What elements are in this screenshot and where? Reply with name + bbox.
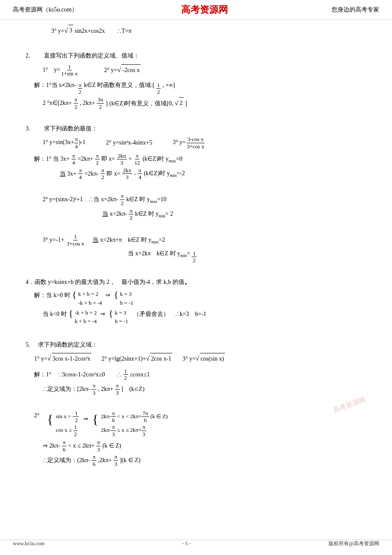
- solution-3: 解：1° 当 3x+ π4 =2kπ+ π2 即 x= 2kπ3 + π12 (…: [26, 153, 366, 264]
- sol4-arrow2: ⇒: [100, 309, 105, 320]
- sol5-1d: ] (k∈Z): [121, 384, 145, 395]
- sol3-3min-a: 当 x=2kπ k∈Z 时 ymin=: [128, 248, 190, 260]
- p3-sub2: 2° y=sin²x-4sinx+5: [94, 137, 152, 149]
- p2-sub1: 1° y=11+sin x: [43, 64, 78, 77]
- footer-left: www.ks5u.com: [13, 541, 45, 547]
- p3-sub1: 1° y=sin(3x+π4)-1: [43, 136, 86, 150]
- sol4-contradiction: （矛盾舍去） ∴k=3 b=-1: [133, 309, 206, 320]
- sol5-2-domain-b: ,2kπ+: [98, 455, 112, 466]
- sol3-2a: 2° y=(sinx-2)²+1 ∴当 x=2kπ-: [43, 194, 118, 205]
- sol3-1min-c: 即 x=: [107, 168, 120, 180]
- sol2-2a: 2 °x∈[2kπ+: [43, 98, 72, 109]
- problem-2: 2. 直接写出下列函数的定义域、值域： 1° y=11+sin x 2° y=√…: [26, 50, 366, 77]
- footer-center: - 5 -: [45, 541, 329, 547]
- sol5-2-result-c: (k ∈ Z): [102, 440, 121, 452]
- p3-degree-text: 3° y=√3 sin2x+cos2x ∴T=π: [51, 28, 132, 34]
- sol4-k-neg: 当 k<0 时: [43, 309, 67, 320]
- sol5-2-label: 2°: [34, 410, 46, 422]
- sol3-1d: (k∈Z)时 ymax=0: [142, 153, 182, 165]
- header-center: 高考资源网: [181, 3, 228, 16]
- sol5-1a: ≤cosx≤1: [130, 369, 150, 381]
- sol3-3b: 当 x=2kπ+π k∈Z 时 ymax=2: [86, 234, 165, 246]
- p3-text: 求下列函数的最值：: [38, 123, 98, 135]
- sol5-2-result-a: ⇒ 2kπ-: [43, 440, 60, 452]
- footer-right: 版权所有@高考资源网: [329, 540, 379, 547]
- problem-4: 4．函数 y=ksinx+b 的最大值为 2， 最小值为-4，求 k,b 的值。…: [26, 277, 366, 326]
- problem-3-degree: 3° y=√3 sin2x+cos2x ∴T=π: [51, 24, 366, 37]
- solution-5: 解：1° ∵3cosx-1-2cos²x≥0 ∴ 12 ≤cosx≤1 ∴定义域…: [26, 368, 366, 468]
- p5-sub2: 2° y=lg(2sinx+1)+√2cos x-1: [95, 352, 172, 365]
- sol3-1c: +: [129, 153, 132, 165]
- page-header: 高考资源网（ks5u.com） 高考资源网 您身边的高考专家: [0, 0, 392, 20]
- solution-2: 解：1°当 x≠2kπ- π2 k∈Z 时函数有意义，值域:[ 12 , +∞]…: [26, 80, 366, 110]
- sol3-1-intro: 解：1° 当 3x+: [34, 153, 70, 165]
- sol4-arrow1: ⇒: [105, 290, 110, 301]
- sol3-1min-d: -: [134, 168, 136, 180]
- sol3-2min-b: k∈Z 时 ymin= 2: [135, 208, 173, 220]
- sol2-2b: , 2kπ+: [80, 98, 95, 109]
- sol3-1b: 即 x=: [101, 153, 115, 165]
- sol5-1b: ∴定义域为：[2kπ-: [43, 384, 90, 395]
- p2-sub2: 2° y=√-2cos x: [104, 64, 141, 76]
- problem-3: 3. 求下列函数的最值： 1° y=sin(3x+π4)-1 2° y=sin²…: [26, 123, 366, 150]
- sol5-2-domain-a: ∴定义域为：(2kπ-: [43, 455, 90, 466]
- p5-text: 求下列函数的定义域：: [38, 339, 98, 351]
- sol3-2b: k∈Z 时 ymax=10: [126, 194, 167, 205]
- p5-sub3: 3° y=√cos(sin x): [176, 352, 225, 365]
- p2-number: 2.: [26, 50, 36, 62]
- sol5-1-intro: 解：1° ∵3cosx-1-2cos²x≥0 ∴: [34, 369, 121, 381]
- sol5-2-domain-c: ](k ∈ Z): [120, 455, 141, 466]
- sol3-1a: =2kπ+: [78, 153, 93, 165]
- p3-sub3: 3° y=3-cos x3+cos x: [161, 136, 205, 150]
- header-left: 高考资源网（ks5u.com）: [13, 6, 78, 14]
- p5-sub1: 1° y=√3cos x-1-2cos²x: [34, 352, 91, 365]
- p4-text: 4．函数 y=ksinx+b 的最大值为 2， 最小值为-4，求 k,b 的值。: [26, 277, 190, 288]
- sol3-1min-b: =2kπ-: [84, 168, 99, 180]
- page-footer: www.ks5u.com - 5 - 版权所有@高考资源网: [0, 540, 392, 547]
- sol2-2c: ] (k∈Z)时有意义，值域[0, √2 ]: [106, 97, 187, 110]
- p2-text: 直接写出下列函数的定义域、值域：: [38, 50, 139, 62]
- sol3-3a: 3° y=-1+: [43, 234, 64, 246]
- sol5-2-arrow: ⇒: [83, 413, 88, 425]
- p3-number: 3.: [26, 123, 36, 135]
- sol3-1min-e: (k∈Z)时 ymin=-2: [144, 168, 185, 179]
- p5-number: 5.: [26, 339, 36, 351]
- sol2-1a: k∈Z 时函数有意义，值域:[: [84, 80, 155, 91]
- sol3-1min-a: 当 3x+: [60, 168, 76, 180]
- sol5-1c: , 2kπ+: [98, 384, 113, 395]
- sol2-1b: , +∞]: [162, 80, 175, 91]
- page-content: 3° y=√3 sin2x+cos2x ∴T=π 2. 直接写出下列函数的定义域…: [0, 20, 392, 495]
- sol4-intro: 解：当 k>0 时: [34, 290, 70, 301]
- sol5-2-result-b: < x ≤ 2kπ+: [68, 440, 95, 452]
- problem-5: 5. 求下列函数的定义域： 1° y=√3cos x-1-2cos²x 2° y…: [26, 339, 366, 365]
- sol3-2min-a: 当 x=2kπ-: [102, 208, 127, 220]
- sol2-intro: 解：1°当 x≠2kπ-: [34, 80, 76, 91]
- header-right: 您身边的高考专家: [331, 6, 379, 14]
